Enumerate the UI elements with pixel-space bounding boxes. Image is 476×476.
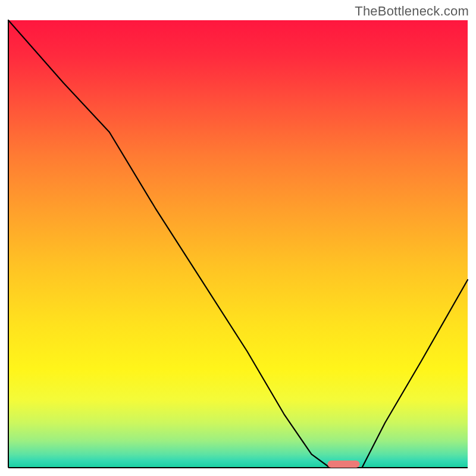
watermark-text: TheBottleneck.com	[355, 4, 469, 19]
chart-container: TheBottleneck.com	[0, 0, 476, 476]
optimal-marker	[328, 461, 360, 468]
bottleneck-chart	[0, 0, 476, 476]
